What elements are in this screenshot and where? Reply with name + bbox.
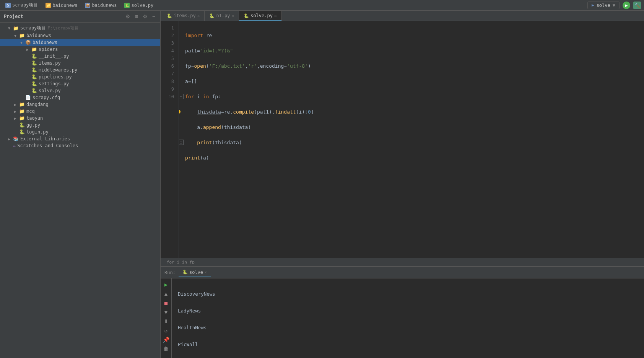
- tab-solve-label: solve.py: [250, 13, 273, 18]
- line-numbers: 1 2 3 4 5 6 7 8 9 10: [161, 21, 179, 258]
- tab-solve-close[interactable]: ✕: [274, 13, 277, 18]
- tree-item-taoyun[interactable]: ▶ 📁 taoyun: [0, 115, 160, 122]
- file-tree: ▼ 📁 scrapy项目 F:\scrapy项目 ▼ 📁 baidunews: [0, 23, 160, 358]
- tree-mcq-label: mcq: [26, 109, 35, 114]
- tree-scrapy-label: scrapy项目: [20, 25, 46, 31]
- code-line-10: [185, 169, 644, 177]
- sidebar-minimize-btn[interactable]: −: [151, 13, 156, 20]
- run-panel: Run: 🐍 solve ✕ ▶ ▲ ■ ▼ ⏸ ↺ 📌 🗑: [161, 266, 644, 358]
- sidebar-title: Project: [4, 14, 23, 19]
- tree-middlewares-label: middlewares.py: [39, 67, 77, 73]
- title-bar: S scrapy项目 📁 baidunews 📦 baidunews 🐍 sol…: [0, 0, 644, 11]
- sidebar-header: Project ⚙ ≡ ⚙ −: [0, 11, 160, 23]
- run-down-btn[interactable]: ▼: [162, 308, 170, 316]
- run-tab-solve[interactable]: 🐍 solve ✕: [179, 268, 211, 277]
- tree-item-scratches[interactable]: ✏ Scratches and Consoles: [0, 142, 160, 149]
- code-line-4: a=[]: [185, 78, 644, 85]
- run-panel-header: Run: 🐍 solve ✕: [161, 267, 644, 278]
- run-tab-label: solve: [189, 270, 203, 275]
- tree-baidunews-dir-label: baidunews: [26, 33, 51, 38]
- tab-items-icon: 🐍: [167, 13, 172, 18]
- scrapy-folder-icon: 📁: [13, 26, 19, 31]
- login-icon: 🐍: [19, 129, 25, 135]
- sidebar-gear-btn[interactable]: ⚙: [141, 13, 149, 20]
- tree-item-login[interactable]: 🐍 login.py: [0, 129, 160, 135]
- tree-item-ext-libs[interactable]: ▶ 📚 External Libraries: [0, 135, 160, 142]
- cfg-icon: 📄: [25, 95, 31, 100]
- tab-items[interactable]: 🐍 items.py ✕: [162, 11, 205, 21]
- output-line-3: HealthNews: [178, 324, 638, 332]
- tree-item-baidunews-dir[interactable]: ▼ 📁 baidunews: [0, 32, 160, 39]
- build-button[interactable]: 🔨: [633, 2, 641, 9]
- ext-libs-icon: 📚: [13, 136, 19, 142]
- tree-item-scrapy-cfg[interactable]: 📄 scrapy.cfg: [0, 94, 160, 101]
- run-tab-icon: 🐍: [182, 270, 188, 275]
- code-line-1: import re: [185, 32, 644, 39]
- tab-items-label: items.py: [174, 13, 196, 18]
- code-line-2: pat1="id=(.*?)&": [185, 47, 644, 55]
- pipelines-icon: 🐍: [31, 74, 37, 80]
- tab-n1-close[interactable]: ✕: [232, 13, 234, 18]
- tree-item-pipelines[interactable]: 🐍 pipelines.py: [0, 73, 160, 80]
- scrapy-icon: S: [5, 3, 11, 8]
- tree-spiders-label: spiders: [39, 47, 58, 52]
- run-tab-close[interactable]: ✕: [205, 270, 207, 274]
- baidunews-pkg-icon: 📦: [25, 40, 31, 45]
- tree-item-middlewares[interactable]: 🐍 middlewares.py: [0, 67, 160, 73]
- run-output-area: ▶ ▲ ■ ▼ ⏸ ↺ 📌 🗑 DiscoveryNews LadyNews H…: [161, 278, 644, 358]
- tree-settings-label: settings.py: [39, 81, 69, 86]
- run-config-label: solve: [597, 3, 610, 8]
- title-baidunews2-label: baidunews: [92, 3, 117, 8]
- items-icon: 🐍: [31, 60, 37, 66]
- tree-item-items[interactable]: 🐍 items.py: [0, 60, 160, 67]
- tree-item-solve[interactable]: 🐍 solve.py: [0, 87, 160, 94]
- solve-icon: 🐍: [124, 3, 130, 8]
- run-button[interactable]: ▶: [623, 2, 630, 9]
- code-line-7: a.append(thisdata): [185, 124, 644, 131]
- dangdang-icon: 📁: [19, 102, 25, 107]
- run-stop-btn[interactable]: ■: [162, 299, 170, 307]
- title-solve[interactable]: 🐍 solve.py: [122, 2, 156, 9]
- tree-solve-label: solve.py: [39, 88, 61, 93]
- baidunews2-icon: 📦: [85, 3, 90, 8]
- title-solve-label: solve.py: [131, 3, 153, 8]
- title-baidunews2[interactable]: 📦 baidunews: [83, 2, 119, 9]
- tree-item-baidunews-pkg[interactable]: ▼ 📦 baidunews: [0, 39, 160, 46]
- run-pause-btn[interactable]: ⏸: [162, 317, 170, 325]
- sidebar-config-btn[interactable]: ≡: [134, 13, 139, 20]
- output-line-4: PicWall: [178, 340, 638, 349]
- run-output: DiscoveryNews LadyNews HealthNews PicWal…: [172, 278, 644, 358]
- sidebar-actions: ⚙ ≡ ⚙ −: [124, 13, 156, 20]
- tree-init-label: __init__.py: [39, 54, 69, 59]
- tree-item-scrapy[interactable]: ▼ 📁 scrapy项目 F:\scrapy项目: [0, 24, 160, 32]
- spiders-icon: 📁: [31, 47, 37, 52]
- sidebar-settings-btn[interactable]: ⚙: [124, 13, 132, 20]
- init-icon: 🐍: [31, 54, 37, 59]
- tree-item-settings[interactable]: 🐍 settings.py: [0, 80, 160, 87]
- tree-dangdang-label: dangdang: [26, 102, 49, 107]
- solve-file-icon: 🐍: [31, 88, 37, 93]
- title-scrapy[interactable]: S scrapy项目: [3, 1, 40, 9]
- code-editor[interactable]: import re pat1="id=(.*?)&" fp=open('F:/a…: [179, 21, 644, 258]
- settings-icon: 🐍: [31, 81, 37, 86]
- run-up-btn[interactable]: ▲: [162, 290, 170, 298]
- run-play-btn[interactable]: ▶: [162, 281, 170, 288]
- tab-bar: 🐍 items.py ✕ 🐍 n1.py ✕ 🐍 solve.py ✕: [161, 11, 644, 21]
- tree-item-gg[interactable]: 🐍 gg.py: [0, 122, 160, 129]
- run-config-selector[interactable]: ▶ solve ▼: [587, 2, 620, 9]
- tree-item-init[interactable]: 🐍 __init__.py: [0, 53, 160, 60]
- tab-items-close[interactable]: ✕: [197, 13, 200, 18]
- tab-n1[interactable]: 🐍 n1.py ✕: [205, 11, 239, 21]
- tab-solve[interactable]: 🐍 solve.py ✕: [239, 11, 281, 21]
- tree-item-dangdang[interactable]: ▶ 📁 dangdang: [0, 101, 160, 108]
- tree-ext-libs-label: External Libraries: [20, 136, 70, 142]
- run-rerun-btn[interactable]: ↺: [162, 327, 170, 334]
- code-line-5: − for i in fp:: [185, 93, 644, 101]
- tree-item-spiders[interactable]: ▶ 📁 spiders: [0, 46, 160, 53]
- tree-item-mcq[interactable]: ▶ 📁 mcq: [0, 108, 160, 115]
- run-trash-btn[interactable]: 🗑: [162, 345, 170, 353]
- title-baidunews1[interactable]: 📁 baidunews: [43, 2, 80, 9]
- run-pin-btn[interactable]: 📌: [162, 336, 170, 343]
- tree-items-label: items.py: [39, 60, 61, 66]
- middlewares-icon: 🐍: [31, 67, 37, 73]
